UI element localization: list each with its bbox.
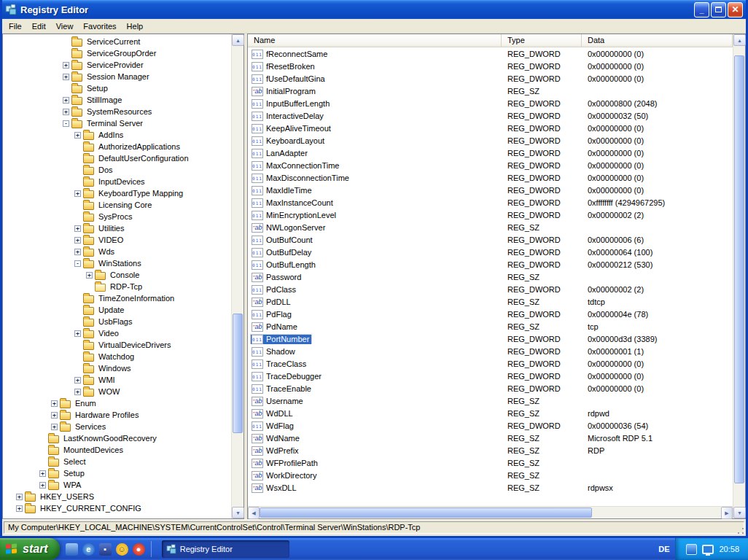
value-row-wsxdll[interactable]: abWsxDLLREG_SZrdpwsx [248, 481, 733, 494]
tree-item-session-manager[interactable]: +Session Manager [3, 71, 231, 82]
value-name[interactable]: 011PdClass [251, 285, 298, 295]
column-header-type[interactable]: Type [502, 34, 582, 47]
value-row-pddll[interactable]: abPdDLLREG_SZtdtcp [248, 295, 733, 308]
value-row-wdname[interactable]: abWdNameREG_SZMicrosoft RDP 5.1 [248, 432, 733, 444]
tree-vertical-scrollbar[interactable]: ▲ ▼ [231, 34, 244, 518]
value-name[interactable]: 011Shadow [251, 347, 297, 357]
value-row-password[interactable]: abPasswordREG_SZ [248, 271, 733, 283]
tree-item-wds[interactable]: +Wds [3, 246, 231, 257]
value-row-inputbufferlength[interactable]: 011InputBufferLengthREG_DWORD0x00000800 … [248, 97, 733, 109]
expand-icon[interactable]: + [63, 109, 69, 115]
expand-icon[interactable]: + [74, 330, 81, 337]
value-row-portnumber[interactable]: 011PortNumberREG_DWORD0x00000d3d (3389) [248, 332, 733, 345]
tree-item-utilities[interactable]: +Utilities [3, 222, 231, 234]
value-row-wdprefix[interactable]: abWdPrefixREG_SZRDP [248, 444, 733, 456]
tree-item-virtualdevicedrivers[interactable]: VirtualDeviceDrivers [3, 339, 231, 351]
value-name[interactable]: abWdDLL [251, 409, 295, 419]
scroll-down-icon[interactable]: ▼ [232, 507, 244, 518]
tree-item-wpa[interactable]: +WPA [3, 479, 231, 491]
value-row-freconnectsame[interactable]: 011fReconnectSameREG_DWORD0x00000000 (0) [248, 47, 733, 60]
value-name[interactable]: abWFProfilePath [251, 459, 320, 468]
value-name[interactable]: 011KeyboardLayout [251, 136, 327, 146]
tree-item-hkey-users[interactable]: +HKEY_USERS [3, 491, 231, 502]
expand-icon[interactable]: + [74, 190, 81, 197]
expand-icon[interactable]: + [63, 62, 69, 69]
close-button[interactable]: ✕ [728, 2, 743, 18]
selected-value[interactable]: 011PortNumber [251, 335, 311, 344]
value-name[interactable]: abPdDLL [251, 298, 293, 307]
value-row-wfprofilepath[interactable]: abWFProfilePathREG_SZ [248, 456, 733, 469]
expand-icon[interactable]: + [16, 494, 23, 500]
value-row-fusedefaultgina[interactable]: 011fUseDefaultGinaREG_DWORD0x00000000 (0… [248, 72, 733, 85]
expand-icon[interactable]: + [51, 424, 58, 430]
value-row-pdname[interactable]: abPdNameREG_SZtcp [248, 320, 733, 332]
list-vscroll-thumb[interactable] [734, 55, 744, 484]
value-name[interactable]: abPassword [251, 273, 303, 282]
value-name[interactable]: 011OutBufCount [251, 236, 315, 245]
value-row-keepalivetimeout[interactable]: 011KeepAliveTimeoutREG_DWORD0x00000000 (… [248, 122, 733, 134]
value-row-interactivedelay[interactable]: 011InteractiveDelayREG_DWORD0x00000032 (… [248, 109, 733, 122]
value-row-nwlogonserver[interactable]: abNWLogonServerREG_SZ [248, 221, 733, 233]
value-name[interactable]: 011fResetBroken [251, 62, 317, 71]
expand-icon[interactable]: + [86, 272, 93, 279]
value-row-maxidletime[interactable]: 011MaxIdleTimeREG_DWORD0x00000000 (0) [248, 184, 733, 196]
value-name[interactable]: 011MaxConnectionTime [251, 161, 341, 171]
tree-scroll-track[interactable] [232, 46, 244, 507]
scroll-up-icon[interactable]: ▲ [733, 34, 746, 46]
value-row-tracedebugger[interactable]: 011TraceDebuggerREG_DWORD0x00000000 (0) [248, 370, 733, 382]
scroll-down-icon[interactable]: ▼ [733, 507, 746, 518]
tree-item-wow[interactable]: +WOW [3, 386, 231, 397]
tree-item-mounteddevices[interactable]: MountedDevices [3, 444, 231, 456]
start-button[interactable]: start [0, 538, 60, 560]
value-name[interactable]: 011KeepAliveTimeout [251, 124, 333, 133]
tree-item-servicegrouporder[interactable]: ServiceGroupOrder [3, 47, 231, 59]
save-icon[interactable]: ▪ [99, 543, 112, 556]
menu-help[interactable]: Help [122, 20, 149, 32]
value-row-outbuflength[interactable]: 011OutBufLengthREG_DWORD0x00000212 (530) [248, 258, 733, 271]
expand-icon[interactable]: + [51, 400, 58, 407]
tree-item-winstations[interactable]: -WinStations [3, 257, 231, 269]
collapse-icon[interactable]: - [63, 120, 69, 127]
title-bar[interactable]: Registry Editor _ ✕ [2, 0, 746, 19]
tree-item-usbflags[interactable]: UsbFlags [3, 316, 231, 327]
value-row-workdirectory[interactable]: abWorkDirectoryREG_SZ [248, 469, 733, 481]
expand-icon[interactable]: + [74, 225, 81, 232]
value-name[interactable]: 011InputBufferLength [251, 99, 332, 109]
expand-icon[interactable]: + [74, 132, 81, 139]
value-row-wdflag[interactable]: 011WdFlagREG_DWORD0x00000036 (54) [248, 419, 733, 432]
list-hscroll-track[interactable] [260, 507, 721, 518]
value-row-initialprogram[interactable]: abInitialProgramREG_SZ [248, 85, 733, 97]
value-name[interactable]: 011MaxDisconnectionTime [251, 174, 351, 183]
value-row-traceclass[interactable]: 011TraceClassREG_DWORD0x00000000 (0) [248, 357, 733, 370]
minimize-button[interactable]: _ [694, 2, 709, 18]
expand-icon[interactable]: + [63, 74, 69, 80]
value-name[interactable]: 011TraceDebugger [251, 372, 324, 381]
value-row-maxconnectiontime[interactable]: 011MaxConnectionTimeREG_DWORD0x00000000 … [248, 159, 733, 171]
tree-item-setup[interactable]: +Setup [3, 467, 231, 479]
value-name[interactable]: abNWLogonServer [251, 223, 327, 233]
value-row-maxinstancecount[interactable]: 011MaxInstanceCountREG_DWORD0xffffffff (… [248, 196, 733, 209]
value-name[interactable]: abWdPrefix [251, 446, 301, 456]
tree-item-hkey-current-config[interactable]: +HKEY_CURRENT_CONFIG [3, 502, 231, 514]
expand-icon[interactable]: + [39, 482, 46, 489]
tree-item-licensing-core[interactable]: Licensing Core [3, 199, 231, 211]
value-row-keyboardlayout[interactable]: 011KeyboardLayoutREG_DWORD0x00000000 (0) [248, 134, 733, 147]
tray-network-icon[interactable] [686, 544, 697, 555]
tree-item-terminal-server[interactable]: -Terminal Server [3, 117, 231, 129]
tree-item-hardware-profiles[interactable]: +Hardware Profiles [3, 409, 231, 421]
tree-item-inputdevices[interactable]: InputDevices [3, 176, 231, 187]
value-name[interactable]: 011InteractiveDelay [251, 112, 326, 121]
value-row-outbufdelay[interactable]: 011OutBufDelayREG_DWORD0x00000064 (100) [248, 246, 733, 258]
value-name[interactable]: 011MaxIdleTime [251, 186, 314, 195]
tree-item-servicecurrent[interactable]: ServiceCurrent [3, 36, 231, 47]
tree-item-addins[interactable]: +AddIns [3, 129, 231, 141]
value-row-wddll[interactable]: abWdDLLREG_SZrdpwd [248, 407, 733, 419]
tree-item-timezoneinformation[interactable]: TimeZoneInformation [3, 292, 231, 304]
tree-item-services[interactable]: +Services [3, 421, 231, 432]
tree-item-enum[interactable]: +Enum [3, 397, 231, 409]
scroll-left-icon[interactable]: ◀ [248, 507, 260, 519]
value-row-shadow[interactable]: 011ShadowREG_DWORD0x00000001 (1) [248, 345, 733, 357]
tree-item-sysprocs[interactable]: SysProcs [3, 211, 231, 222]
value-name[interactable]: 011OutBufDelay [251, 248, 313, 257]
value-row-fresetbroken[interactable]: 011fResetBrokenREG_DWORD0x00000000 (0) [248, 60, 733, 72]
